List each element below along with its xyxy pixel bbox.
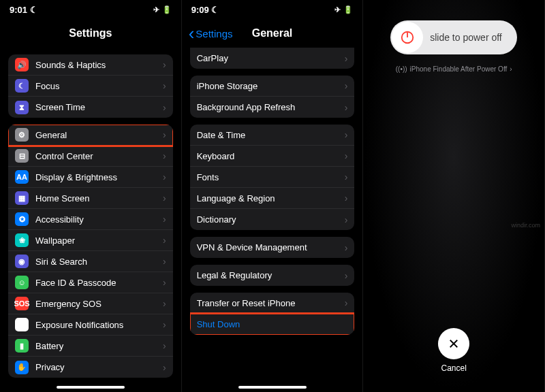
- header: Settings General: [182, 19, 363, 48]
- row-label: Battery: [35, 341, 63, 351]
- row-icon: ▦: [15, 191, 29, 205]
- row-label: Date & Time: [197, 130, 246, 140]
- power-off-slider[interactable]: slide to power off: [390, 20, 517, 54]
- chevron-right-icon: ›: [345, 270, 348, 281]
- settings-screen: 9:01 ☾ ✈︎🔋 Settings 🔊Sounds & Haptics›☾F…: [0, 0, 182, 392]
- chevron-right-icon: ›: [163, 102, 166, 113]
- chevron-right-icon: ›: [163, 59, 166, 70]
- row-label: Wallpaper: [35, 235, 75, 246]
- status-bar: 9:01 ☾ ✈︎🔋: [0, 0, 181, 19]
- settings-row[interactable]: ✪Accessibility›: [8, 209, 173, 230]
- settings-row[interactable]: Fonts›: [190, 167, 355, 188]
- slider-knob[interactable]: [392, 22, 423, 53]
- settings-row[interactable]: ⧗Screen Time›: [8, 97, 173, 118]
- settings-row[interactable]: iPhone Storage›: [190, 76, 355, 97]
- row-icon: AA: [15, 170, 29, 184]
- chevron-right-icon: ›: [345, 80, 348, 91]
- settings-row[interactable]: Shut Down: [190, 314, 355, 335]
- settings-row[interactable]: 🔊Sounds & Haptics›: [8, 54, 173, 76]
- row-label: Screen Time: [35, 102, 85, 112]
- row-label: Control Center: [35, 151, 93, 161]
- chevron-right-icon: ›: [163, 129, 166, 140]
- findable-notice[interactable]: ((•)) iPhone Findable After Power Off ›: [396, 65, 512, 73]
- row-icon: ▮: [15, 339, 29, 353]
- chevron-right-icon: ›: [163, 277, 166, 288]
- chevron-right-icon: ›: [345, 53, 348, 64]
- row-icon: 🔊: [15, 58, 29, 71]
- row-label: Home Screen: [35, 193, 89, 203]
- settings-row[interactable]: ⚙General›: [8, 125, 173, 146]
- chevron-right-icon: ›: [163, 150, 166, 161]
- chevron-right-icon: ›: [163, 214, 166, 225]
- settings-row[interactable]: SOSEmergency SOS›: [8, 293, 173, 314]
- chevron-right-icon: ›: [345, 193, 348, 203]
- home-indicator[interactable]: [238, 386, 307, 389]
- row-label: Display & Brightness: [35, 172, 117, 182]
- cancel-label: Cancel: [441, 363, 466, 373]
- row-label: Language & Region: [197, 193, 275, 203]
- row-label: CarPlay: [197, 53, 228, 63]
- power-off-content: slide to power off ((•)) iPhone Findable…: [363, 0, 544, 392]
- chevron-right-icon: ›: [163, 193, 166, 203]
- settings-row[interactable]: Language & Region›: [190, 188, 355, 209]
- chevron-right-icon: ›: [345, 172, 348, 182]
- settings-row[interactable]: Transfer or Reset iPhone›: [190, 293, 355, 314]
- row-label: Transfer or Reset iPhone: [197, 298, 296, 308]
- settings-row[interactable]: Date & Time›: [190, 125, 355, 146]
- row-label: Exposure Notifications: [35, 320, 123, 330]
- settings-row[interactable]: ☺Face ID & Passcode›: [8, 272, 173, 293]
- chevron-right-icon: ›: [345, 214, 348, 225]
- back-button[interactable]: Settings: [189, 28, 233, 39]
- settings-row[interactable]: ◉Siri & Search›: [8, 251, 173, 272]
- header: Settings: [0, 19, 181, 48]
- settings-row[interactable]: ⎋Exposure Notifications›: [8, 314, 173, 336]
- settings-row[interactable]: Dictionary›: [190, 209, 355, 230]
- row-icon: ⧗: [15, 101, 29, 114]
- cancel-button[interactable]: [438, 328, 469, 359]
- settings-list[interactable]: 🔊Sounds & Haptics›☾Focus›⧗Screen Time› ⚙…: [0, 48, 181, 392]
- chevron-right-icon: ›: [510, 65, 512, 73]
- settings-row[interactable]: ❀Wallpaper›: [8, 230, 173, 251]
- status-time: 9:09 ☾: [191, 5, 220, 15]
- settings-row[interactable]: Background App Refresh›: [190, 97, 355, 118]
- chevron-right-icon: ›: [345, 129, 348, 140]
- chevron-right-icon: ›: [163, 256, 166, 267]
- status-right: ✈︎🔋: [153, 5, 172, 14]
- row-icon: ☺: [15, 276, 29, 289]
- chevron-right-icon: ›: [163, 340, 166, 351]
- settings-row[interactable]: CarPlay›: [190, 48, 355, 69]
- general-list[interactable]: CarPlay› iPhone Storage›Background App R…: [182, 48, 363, 392]
- row-icon: ⎋: [15, 318, 29, 331]
- settings-row[interactable]: Keyboard›: [190, 146, 355, 167]
- watermark: windir.com: [512, 222, 541, 229]
- status-time: 9:01 ☾: [10, 5, 38, 15]
- row-icon: ◉: [15, 255, 29, 268]
- chevron-right-icon: ›: [163, 298, 166, 309]
- row-icon: ⊟: [15, 149, 29, 163]
- row-label: Privacy: [35, 362, 65, 372]
- settings-row[interactable]: ⊟Control Center›: [8, 146, 173, 167]
- row-label: Fonts: [197, 172, 219, 182]
- chevron-right-icon: ›: [163, 80, 166, 91]
- findmy-icon: ((•)): [396, 65, 407, 73]
- chevron-right-icon: ›: [163, 319, 166, 330]
- row-label: Keyboard: [197, 151, 235, 161]
- row-label: iPhone Storage: [197, 81, 258, 91]
- settings-row[interactable]: VPN & Device Management›: [190, 237, 355, 258]
- row-label: Focus: [35, 81, 59, 91]
- slider-label: slide to power off: [430, 32, 502, 43]
- settings-row[interactable]: ☾Focus›: [8, 76, 173, 97]
- row-icon: ⚙: [15, 128, 29, 142]
- settings-row[interactable]: AADisplay & Brightness›: [8, 167, 173, 188]
- row-label: Face ID & Passcode: [35, 278, 116, 288]
- settings-row[interactable]: ✋Privacy›: [8, 357, 173, 378]
- status-right: ✈︎🔋: [334, 5, 353, 14]
- settings-row[interactable]: Legal & Regulatory›: [190, 265, 355, 286]
- row-label: Legal & Regulatory: [197, 270, 272, 280]
- settings-row[interactable]: ▮Battery›: [8, 336, 173, 357]
- home-indicator[interactable]: [57, 386, 125, 389]
- row-label: Accessibility: [35, 214, 84, 225]
- chevron-right-icon: ›: [345, 102, 348, 113]
- page-title: Settings: [69, 27, 112, 39]
- settings-row[interactable]: ▦Home Screen›: [8, 188, 173, 209]
